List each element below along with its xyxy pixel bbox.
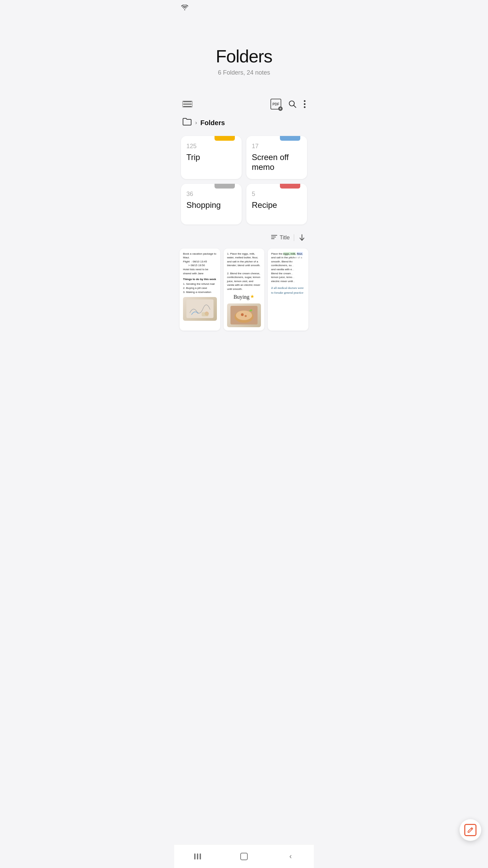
folders-grid: 125 Trip 17 Screen offmemo 36 Shopping 5…: [174, 131, 314, 230]
svg-point-15: [241, 313, 244, 316]
note-card-3[interactable]: Place the eggs, milk, flour, and salt in…: [268, 249, 308, 331]
star-icon: ★: [250, 293, 255, 301]
hamburger-line-2: [183, 104, 192, 104]
sort-direction-button[interactable]: [298, 234, 306, 241]
sort-bar: Title: [174, 230, 314, 246]
breadcrumb-label: Folders: [200, 119, 225, 127]
note-image-1: [183, 297, 217, 321]
folder-card-screen-off-memo[interactable]: 17 Screen offmemo: [246, 136, 307, 179]
hamburger-line-3: [183, 106, 192, 107]
sort-desc-icon: [298, 234, 306, 241]
folder-count-screen-off-memo: 17: [252, 143, 302, 150]
note-content-1: Book a vacation package to Maui. Flight …: [183, 252, 217, 294]
buying-text: Buying: [233, 293, 249, 301]
search-icon: [288, 100, 297, 108]
folder-count-trip: 125: [186, 143, 236, 150]
folder-count-recipe: 5: [252, 191, 302, 198]
note-card-2[interactable]: 1. Place the eggs, milk, water, melted b…: [224, 249, 264, 331]
toolbar-right: PDF: [270, 99, 306, 110]
breadcrumb-chevron-icon: ›: [195, 120, 197, 126]
menu-button[interactable]: [182, 101, 192, 107]
page-subtitle: 6 Folders, 24 notes: [218, 69, 270, 76]
note-content-2: 1. Place the eggs, milk, water, melted b…: [227, 252, 261, 291]
sort-title-label: Title: [280, 235, 290, 241]
toolbar: PDF: [174, 93, 314, 115]
svg-rect-11: [202, 312, 208, 316]
folder-count-shopping: 36: [186, 191, 236, 198]
pdf-icon: PDF: [270, 99, 281, 110]
folder-tab-shopping: [215, 184, 235, 189]
wifi-icon: [181, 5, 188, 12]
breadcrumb: › Folders: [174, 115, 314, 131]
sort-label-group[interactable]: Title: [271, 234, 290, 242]
folder-name-shopping: Shopping: [186, 200, 236, 210]
svg-line-1: [294, 105, 296, 108]
folder-card-shopping[interactable]: 36 Shopping: [181, 184, 242, 224]
note-content-3: Place the eggs, milk, flour, and salt in…: [271, 252, 305, 295]
folder-card-recipe[interactable]: 5 Recipe: [246, 184, 307, 224]
toolbar-left: [182, 101, 192, 107]
svg-rect-9: [186, 299, 214, 318]
svg-point-14: [236, 311, 252, 320]
folder-tab-trip: [215, 136, 235, 141]
hamburger-line-1: [183, 101, 192, 102]
page-title: Folders: [216, 46, 272, 66]
note-card-1[interactable]: Book a vacation package to Maui. Flight …: [180, 249, 220, 331]
folder-name-recipe: Recipe: [252, 200, 302, 210]
svg-point-3: [304, 103, 306, 105]
folder-card-trip[interactable]: 125 Trip: [181, 136, 242, 179]
more-button[interactable]: [304, 100, 306, 108]
note-image-food: [227, 303, 261, 327]
sort-lines-icon: [271, 234, 278, 242]
svg-point-4: [304, 106, 306, 108]
folder-tab-screen-off-memo: [280, 136, 300, 141]
folder-tab-recipe: [280, 184, 300, 189]
sort-divider: [294, 234, 294, 241]
note-image-2: [227, 303, 261, 327]
more-icon: [304, 100, 306, 108]
folder-name-trip: Trip: [186, 153, 236, 162]
notes-list: Book a vacation package to Maui. Flight …: [174, 246, 314, 358]
hero-section: Folders 6 Folders, 24 notes: [174, 33, 314, 86]
folder-name-screen-off-memo: Screen offmemo: [252, 153, 302, 172]
svg-point-16: [245, 315, 247, 317]
status-bar: [174, 0, 314, 12]
folder-icon: [182, 118, 192, 128]
svg-point-2: [304, 100, 306, 102]
search-button[interactable]: [288, 100, 297, 108]
pdf-button[interactable]: PDF: [270, 99, 281, 110]
note-buying-label-area: Buying ★: [227, 293, 261, 301]
note-image-scribble: [183, 297, 217, 321]
